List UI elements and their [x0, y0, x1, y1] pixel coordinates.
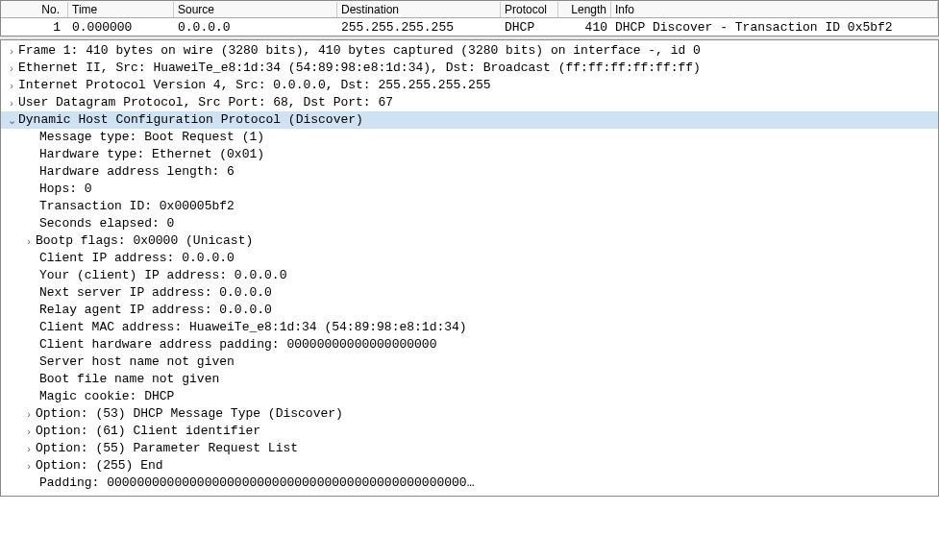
col-header-source[interactable]: Source	[174, 2, 337, 17]
dhcp-sname[interactable]: Server host name not given	[1, 353, 938, 371]
dhcp-secs[interactable]: Seconds elapsed: 0	[1, 215, 938, 232]
dhcp-opt-61[interactable]: › Option: (61) Client identifier	[1, 423, 938, 440]
dhcp-hw-type[interactable]: Hardware type: Ethernet (0x01)	[1, 146, 938, 163]
dhcp-file[interactable]: Boot file name not given	[1, 371, 938, 388]
dhcp-giaddr[interactable]: Relay agent IP address: 0.0.0.0	[1, 302, 938, 319]
cell-length: 410	[558, 20, 611, 35]
packet-details-pane: › Frame 1: 410 bytes on wire (3280 bits)…	[0, 40, 939, 497]
packet-list-pane: No. Time Source Destination Protocol Len…	[0, 0, 939, 36]
dhcp-hw-len[interactable]: Hardware address length: 6	[1, 163, 938, 181]
dhcp-flags[interactable]: › Bootp flags: 0x0000 (Unicast)	[1, 232, 938, 250]
field-label: Seconds elapsed: 0	[39, 215, 174, 232]
dhcp-opt-255[interactable]: › Option: (255) End	[1, 457, 938, 475]
dhcp-hops[interactable]: Hops: 0	[1, 181, 938, 198]
dhcp-chaddr-padding[interactable]: Client hardware address padding: 0000000…	[1, 336, 938, 353]
field-label: Transaction ID: 0x00005bf2	[39, 198, 235, 215]
cell-protocol: DHCP	[501, 20, 558, 35]
field-label: Client IP address: 0.0.0.0	[39, 250, 235, 267]
expand-icon[interactable]: ›	[5, 60, 18, 77]
expand-icon[interactable]: ›	[22, 232, 36, 250]
dhcp-cookie[interactable]: Magic cookie: DHCP	[1, 388, 938, 405]
tree-dhcp[interactable]: ⌄ Dynamic Host Configuration Protocol (D…	[1, 111, 938, 129]
col-header-time[interactable]: Time	[68, 2, 174, 17]
field-label: Option: (55) Parameter Request List	[36, 440, 298, 457]
field-label: Your (client) IP address: 0.0.0.0	[39, 267, 286, 284]
dhcp-yiaddr[interactable]: Your (client) IP address: 0.0.0.0	[1, 267, 938, 284]
packet-list-header: No. Time Source Destination Protocol Len…	[1, 1, 938, 18]
cell-time: 0.000000	[68, 20, 174, 35]
packet-row[interactable]: 1 0.000000 0.0.0.0 255.255.255.255 DHCP …	[1, 18, 938, 36]
tree-label: Frame 1: 410 bytes on wire (3280 bits), …	[18, 42, 701, 60]
tree-label: Ethernet II, Src: HuaweiTe_e8:1d:34 (54:…	[18, 60, 701, 77]
field-label: Relay agent IP address: 0.0.0.0	[39, 302, 272, 319]
field-label: Padding: 0000000000000000000000000000000…	[39, 475, 474, 492]
field-label: Magic cookie: DHCP	[39, 388, 174, 405]
field-label: Option: (53) DHCP Message Type (Discover…	[36, 405, 343, 423]
cell-source: 0.0.0.0	[174, 20, 337, 35]
field-label: Option: (255) End	[36, 457, 163, 475]
expand-icon[interactable]: ›	[5, 42, 18, 60]
col-header-no[interactable]: No.	[1, 2, 68, 17]
cell-no: 1	[1, 20, 68, 35]
expand-icon[interactable]: ›	[5, 77, 18, 94]
expand-icon[interactable]: ›	[22, 405, 36, 423]
tree-label: Dynamic Host Configuration Protocol (Dis…	[18, 111, 363, 129]
tree-frame[interactable]: › Frame 1: 410 bytes on wire (3280 bits)…	[1, 42, 938, 60]
field-label: Option: (61) Client identifier	[36, 423, 260, 440]
col-header-destination[interactable]: Destination	[337, 2, 501, 17]
dhcp-chaddr[interactable]: Client MAC address: HuaweiTe_e8:1d:34 (5…	[1, 319, 938, 336]
cell-destination: 255.255.255.255	[337, 20, 501, 35]
collapse-icon[interactable]: ⌄	[5, 111, 18, 129]
field-label: Next server IP address: 0.0.0.0	[39, 284, 272, 302]
cell-info: DHCP Discover - Transaction ID 0x5bf2	[611, 20, 938, 35]
dhcp-opt-55[interactable]: › Option: (55) Parameter Request List	[1, 440, 938, 457]
expand-icon[interactable]: ›	[5, 94, 18, 111]
col-header-length[interactable]: Length	[558, 2, 611, 17]
field-label: Client hardware address padding: 0000000…	[39, 336, 436, 353]
dhcp-xid[interactable]: Transaction ID: 0x00005bf2	[1, 198, 938, 215]
dhcp-opt-53[interactable]: › Option: (53) DHCP Message Type (Discov…	[1, 405, 938, 423]
dhcp-ciaddr[interactable]: Client IP address: 0.0.0.0	[1, 250, 938, 267]
field-label: Hardware type: Ethernet (0x01)	[39, 146, 264, 163]
col-header-protocol[interactable]: Protocol	[501, 2, 558, 17]
tree-ip[interactable]: › Internet Protocol Version 4, Src: 0.0.…	[1, 77, 938, 94]
dhcp-padding[interactable]: Padding: 0000000000000000000000000000000…	[1, 475, 938, 492]
tree-udp[interactable]: › User Datagram Protocol, Src Port: 68, …	[1, 94, 938, 111]
dhcp-msg-type[interactable]: Message type: Boot Request (1)	[1, 129, 938, 146]
expand-icon[interactable]: ›	[22, 423, 36, 440]
field-label: Hops: 0	[39, 181, 92, 198]
field-label: Message type: Boot Request (1)	[39, 129, 264, 146]
dhcp-siaddr[interactable]: Next server IP address: 0.0.0.0	[1, 284, 938, 302]
tree-ethernet[interactable]: › Ethernet II, Src: HuaweiTe_e8:1d:34 (5…	[1, 60, 938, 77]
field-label: Client MAC address: HuaweiTe_e8:1d:34 (5…	[39, 319, 467, 336]
field-label: Hardware address length: 6	[39, 163, 235, 181]
col-header-info[interactable]: Info	[611, 2, 938, 17]
expand-icon[interactable]: ›	[22, 440, 36, 457]
field-label: Bootp flags: 0x0000 (Unicast)	[36, 232, 253, 250]
tree-label: User Datagram Protocol, Src Port: 68, Ds…	[18, 94, 393, 111]
expand-icon[interactable]: ›	[22, 457, 36, 475]
tree-label: Internet Protocol Version 4, Src: 0.0.0.…	[18, 77, 490, 94]
field-label: Server host name not given	[39, 353, 235, 371]
field-label: Boot file name not given	[39, 371, 219, 388]
